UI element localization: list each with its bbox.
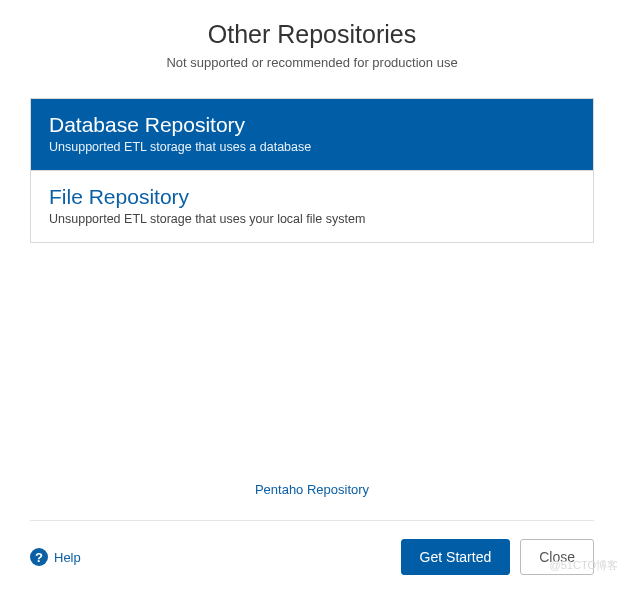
pentaho-repository-link[interactable]: Pentaho Repository — [255, 482, 369, 497]
help-link[interactable]: ? Help — [30, 548, 81, 566]
repository-description: Unsupported ETL storage that uses a data… — [49, 140, 575, 154]
help-icon: ? — [30, 548, 48, 566]
repository-list: Database Repository Unsupported ETL stor… — [30, 98, 594, 243]
dialog-footer: ? Help Get Started Close — [30, 520, 594, 595]
get-started-button[interactable]: Get Started — [401, 539, 511, 575]
repository-description: Unsupported ETL storage that uses your l… — [49, 212, 575, 226]
pentaho-repository-link-wrapper: Pentaho Repository — [30, 480, 594, 498]
page-subtitle: Not supported or recommended for product… — [30, 55, 594, 70]
help-label: Help — [54, 550, 81, 565]
repository-option-database[interactable]: Database Repository Unsupported ETL stor… — [31, 99, 593, 170]
page-title: Other Repositories — [30, 20, 594, 49]
dialog-header: Other Repositories Not supported or reco… — [30, 20, 594, 70]
repository-title: Database Repository — [49, 113, 575, 137]
footer-buttons: Get Started Close — [401, 539, 594, 575]
close-button[interactable]: Close — [520, 539, 594, 575]
repository-title: File Repository — [49, 185, 575, 209]
repository-option-file[interactable]: File Repository Unsupported ETL storage … — [31, 170, 593, 242]
